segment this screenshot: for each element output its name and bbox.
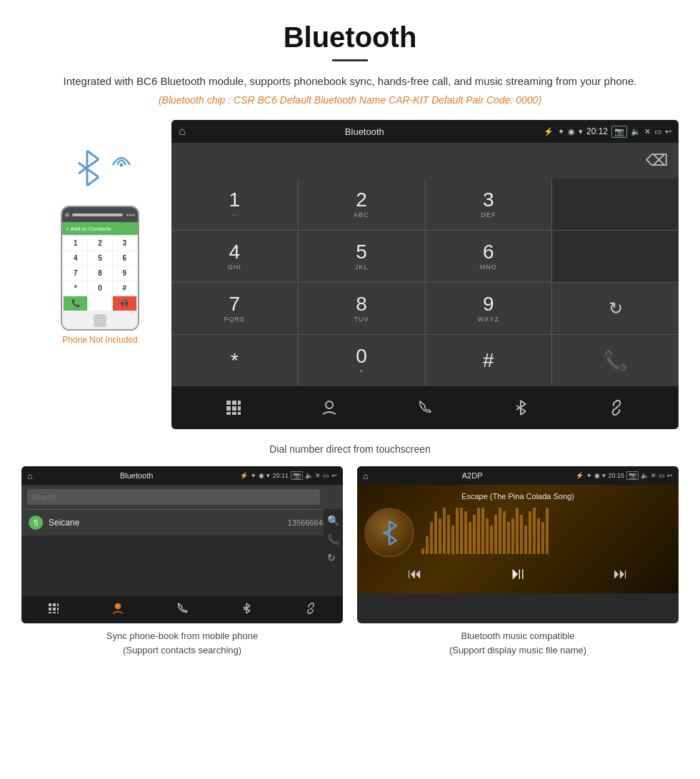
ms-app-title: A2DP: [371, 471, 574, 480]
dial-keypad: 1 ◦◦ 2 ABC 3 DEF 4 GHI 5 JKL 6: [171, 179, 679, 386]
phonebook-statusbar: ⌂ Bluetooth ⚡ ✦ ◉ ▾ 20:11 📷 🔈 ✕ ▭ ↩: [21, 466, 343, 485]
dial-screen: ⌂ Bluetooth ⚡ ✦ ◉ ▾ 20:12 📷 🔈 ✕ ▭ ↩ ⌫ 1: [171, 120, 679, 429]
song-title: Escape (The Pina Colada Song): [461, 492, 574, 501]
contact-seicane[interactable]: S Seicane 13566664466: [21, 509, 343, 536]
bottom-phone-button[interactable]: [417, 400, 433, 416]
phonebook-bottom-bar: [21, 596, 343, 623]
key-7[interactable]: 7 PQRS: [171, 283, 298, 334]
pb-cam-icon[interactable]: 📷: [291, 471, 303, 480]
dial-app-title: Bluetooth: [190, 126, 539, 137]
key-4[interactable]: 4 GHI: [171, 231, 298, 282]
svg-rect-24: [57, 603, 59, 606]
svg-line-21: [615, 406, 618, 409]
ms-back-icon[interactable]: ↩: [667, 472, 673, 479]
phonebook-caption: Sync phone-book from mobile phone (Suppo…: [106, 629, 258, 657]
key-8[interactable]: 8 TUV: [299, 283, 425, 334]
svg-rect-7: [232, 401, 236, 405]
volume-icon[interactable]: 🔈: [631, 127, 641, 136]
next-button[interactable]: ⏭: [614, 563, 628, 583]
subtitle-text: Integrated with BC6 Bluetooth module, su…: [43, 73, 657, 90]
close-icon[interactable]: ✕: [644, 127, 651, 136]
pb-contacts-btn[interactable]: [112, 603, 124, 617]
pb-link-btn[interactable]: [305, 603, 316, 617]
pb-call-side-icon[interactable]: 📞: [327, 533, 339, 545]
key-empty-1: [552, 179, 679, 230]
pb-bt-btn[interactable]: [241, 603, 252, 617]
dial-statusbar: ⌂ Bluetooth ⚡ ✦ ◉ ▾ 20:12 📷 🔈 ✕ ▭ ↩: [171, 120, 679, 143]
phonebook-screen: ⌂ Bluetooth ⚡ ✦ ◉ ▾ 20:11 📷 🔈 ✕ ▭ ↩: [21, 466, 343, 623]
ms-right-icons: ✦ ◉ ▾ 20:15 📷 🔈 ✕ ▭ ↩: [586, 471, 673, 480]
key-1[interactable]: 1 ◦◦: [171, 179, 298, 230]
location-icon: ◉: [568, 127, 575, 136]
key-6[interactable]: 6 MNO: [426, 231, 552, 282]
phonebook-search-input[interactable]: [27, 489, 320, 505]
signal-icon: ▾: [579, 127, 583, 136]
ms-signal-icon: ▾: [602, 472, 606, 479]
svg-rect-11: [238, 406, 241, 411]
key-star[interactable]: *: [171, 335, 298, 386]
key-refresh[interactable]: ↻: [552, 283, 679, 334]
ms-close-icon[interactable]: ✕: [651, 472, 656, 479]
svg-line-4: [79, 163, 99, 177]
svg-point-15: [326, 401, 333, 408]
dial-display: ⌫: [171, 143, 679, 179]
phone-not-included-label: Phone Not Included: [62, 335, 137, 345]
pb-back-icon[interactable]: ↩: [331, 472, 337, 479]
bottom-contacts-button[interactable]: [321, 400, 337, 416]
camera-icon[interactable]: 📷: [611, 126, 627, 138]
delete-button[interactable]: ⌫: [646, 151, 668, 170]
bluetooth-signal-area: [64, 141, 136, 198]
orange-info-text: (Bluetooth chip : CSR BC6 Default Blueto…: [43, 94, 657, 106]
key-5[interactable]: 5 JKL: [299, 231, 425, 282]
svg-rect-10: [232, 406, 236, 411]
bottom-screenshots-row: ⌂ Bluetooth ⚡ ✦ ◉ ▾ 20:11 📷 🔈 ✕ ▭ ↩: [0, 459, 700, 664]
svg-point-5: [120, 164, 124, 167]
window-icon[interactable]: ▭: [654, 127, 661, 136]
bottom-grid-button[interactable]: [226, 400, 241, 416]
bottom-link-button[interactable]: [609, 400, 624, 416]
pb-loc-icon: ◉: [259, 472, 264, 479]
ms-loc-icon: ◉: [594, 472, 600, 479]
pb-home-icon[interactable]: ⌂: [27, 471, 33, 481]
svg-rect-29: [53, 612, 56, 613]
key-hash[interactable]: #: [426, 335, 552, 386]
ms-cam-icon[interactable]: 📷: [626, 471, 639, 480]
svg-rect-23: [53, 603, 56, 606]
key-2[interactable]: 2 ABC: [299, 179, 425, 230]
ms-usb-icon: ⚡: [576, 472, 584, 479]
bottom-bluetooth-button[interactable]: [513, 400, 529, 416]
key-empty-2: [552, 231, 679, 282]
home-icon[interactable]: ⌂: [179, 125, 186, 138]
pb-close-icon[interactable]: ✕: [315, 472, 321, 479]
ms-vol-icon[interactable]: 🔈: [641, 472, 649, 479]
key-3[interactable]: 3 DEF: [426, 179, 552, 230]
pb-phone-btn[interactable]: [176, 603, 188, 617]
pb-vol-icon[interactable]: 🔈: [305, 472, 313, 479]
prev-button[interactable]: ⏮: [408, 563, 422, 583]
pb-win-icon[interactable]: ▭: [323, 472, 329, 479]
signal-waves-icon: [107, 147, 136, 186]
pb-right-icons: ✦ ◉ ▾ 20:11 📷 🔈 ✕ ▭ ↩: [251, 471, 337, 480]
svg-line-41: [389, 541, 396, 545]
music-controls: ⏮ ⏯ ⏭: [364, 558, 671, 586]
call-icon: 📞: [603, 349, 628, 373]
key-9[interactable]: 9 WXYZ: [426, 283, 552, 334]
play-pause-button[interactable]: ⏯: [509, 563, 526, 583]
ms-win-icon[interactable]: ▭: [659, 472, 665, 479]
page-title: Bluetooth: [43, 21, 657, 54]
equalizer-display: [421, 508, 671, 558]
bt-status-icon: ✦: [558, 127, 564, 136]
phonebook-side-actions: 🔍 📞 ↻: [324, 509, 343, 593]
pb-search-side-icon[interactable]: 🔍: [327, 515, 339, 526]
back-icon[interactable]: ↩: [665, 127, 671, 136]
pb-grid-btn[interactable]: [48, 603, 59, 617]
call-button[interactable]: 📞: [552, 335, 679, 386]
svg-line-39: [389, 521, 396, 526]
pb-bt-icon: ✦: [251, 472, 256, 479]
pb-refresh-side-icon[interactable]: ↻: [327, 552, 339, 563]
key-0[interactable]: 0 +: [299, 335, 425, 386]
dial-bottom-bar: [171, 386, 679, 429]
music-section: ⌂ A2DP ⚡ ✦ ◉ ▾ 20:15 📷 🔈 ✕ ▭ ↩ Escape (T…: [357, 466, 679, 657]
svg-rect-8: [238, 401, 241, 405]
ms-home-icon[interactable]: ⌂: [363, 471, 369, 481]
